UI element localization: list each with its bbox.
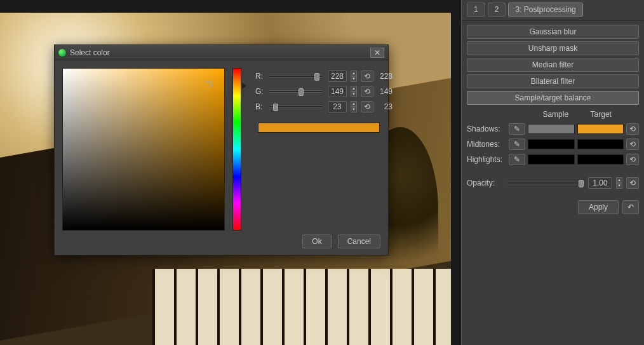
red-thumb[interactable] [314, 73, 319, 81]
red-slider[interactable] [268, 75, 324, 78]
cancel-button[interactable]: Cancel [338, 234, 380, 248]
ok-button[interactable]: Ok [302, 234, 331, 248]
reset-icon: ⟲ [629, 155, 636, 164]
tab-1[interactable]: 1 [467, 3, 485, 17]
reset-icon: ⟲ [364, 87, 370, 96]
shadows-eyedropper[interactable]: ✎ [509, 123, 525, 135]
spin-up-icon[interactable]: ▲ [351, 71, 357, 76]
row-shadows: Shadows: ✎ ⟲ [467, 123, 639, 135]
red-value[interactable]: 228 [328, 71, 347, 82]
filter-unsharp-mask[interactable]: Unsharp mask [467, 41, 639, 55]
red-row: R: 228 ▲▼ ⟲ 228 [255, 71, 392, 82]
reset-icon: ⟲ [364, 72, 370, 81]
header-target: Target [579, 110, 624, 119]
highlights-label: Highlights: [467, 155, 506, 164]
filter-sample-target-balance[interactable]: Sample/target balance [467, 91, 639, 105]
dialog-close-button[interactable]: ✕ [370, 48, 384, 58]
spin-down-icon[interactable]: ▼ [351, 76, 357, 82]
highlights-sample-swatch[interactable] [528, 154, 575, 165]
apply-button[interactable]: Apply [578, 200, 619, 214]
blue-label: B: [255, 102, 264, 111]
header-sample: Sample [533, 110, 579, 119]
blue-slider[interactable] [268, 105, 324, 108]
filter-gaussian-blur[interactable]: Gaussian blur [467, 25, 639, 39]
opacity-slider[interactable] [506, 182, 584, 184]
undo-button[interactable]: ↶ [622, 200, 639, 214]
highlights-eyedropper[interactable]: ✎ [509, 154, 525, 165]
eyedropper-icon: ✎ [514, 155, 520, 164]
panel-tabs: 1 2 3: Postprocessing [462, 0, 644, 21]
hue-marker[interactable] [242, 83, 246, 89]
red-reset[interactable]: ⟲ [361, 71, 373, 82]
blue-value[interactable]: 23 [328, 101, 347, 112]
spin-up-icon[interactable]: ▲ [351, 86, 357, 91]
hue-slider[interactable] [232, 68, 241, 231]
eyedropper-icon: ✎ [514, 140, 520, 149]
blue-reset[interactable]: ⟲ [361, 101, 373, 112]
green-max: 149 [377, 87, 392, 96]
midtones-sample-swatch[interactable] [528, 139, 575, 149]
blue-row: B: 23 ▲▼ ⟲ 23 [255, 101, 392, 112]
filter-median[interactable]: Median filter [467, 58, 639, 72]
midtones-eyedropper[interactable]: ✎ [509, 139, 525, 150]
green-row: G: 149 ▲▼ ⟲ 149 [255, 86, 392, 97]
spin-down-icon[interactable]: ▼ [351, 91, 357, 97]
green-value[interactable]: 149 [328, 86, 347, 97]
opacity-row: Opacity: 1,00 ▲▼ ⟲ [467, 177, 639, 189]
spin-down-icon[interactable]: ▼ [351, 107, 357, 112]
blue-thumb[interactable] [273, 104, 278, 111]
row-midtones: Midtones: ✎ ⟲ [467, 138, 639, 151]
shadows-target-swatch[interactable] [577, 124, 624, 134]
spin-up-icon[interactable]: ▲ [351, 101, 357, 107]
row-highlights: Highlights: ✎ ⟲ [467, 153, 639, 166]
midtones-label: Midtones: [467, 140, 506, 149]
reset-icon: ⟲ [629, 140, 636, 149]
red-label: R: [255, 72, 264, 81]
sv-marker[interactable] [205, 81, 211, 88]
green-spinner[interactable]: ▲▼ [351, 86, 357, 97]
saturation-value-field[interactable] [62, 68, 225, 231]
reset-icon: ⟲ [629, 179, 636, 187]
midtones-reset[interactable]: ⟲ [626, 139, 639, 150]
green-reset[interactable]: ⟲ [361, 86, 373, 97]
highlights-target-swatch[interactable] [577, 154, 624, 165]
right-panel: 1 2 3: Postprocessing Gaussian blur Unsh… [459, 0, 644, 345]
opacity-reset[interactable]: ⟲ [626, 177, 639, 189]
opacity-label: Opacity: [467, 179, 502, 187]
app-icon [58, 49, 66, 57]
green-label: G: [255, 87, 264, 96]
opacity-value[interactable]: 1,00 [588, 177, 612, 189]
green-thumb[interactable] [299, 88, 304, 96]
highlights-reset[interactable]: ⟲ [626, 154, 639, 165]
tab-2[interactable]: 2 [488, 3, 506, 17]
color-preview [258, 123, 380, 133]
blue-max: 23 [377, 102, 392, 111]
sample-target-header: Sample Target [467, 110, 639, 119]
opacity-spinner[interactable]: ▲▼ [616, 177, 622, 189]
filter-bilateral[interactable]: Bilateral filter [467, 74, 639, 88]
red-max: 228 [377, 72, 392, 81]
red-spinner[interactable]: ▲▼ [351, 71, 357, 82]
reset-icon: ⟲ [629, 125, 636, 133]
undo-icon: ↶ [627, 203, 634, 212]
spin-up-icon[interactable]: ▲ [616, 177, 622, 183]
shadows-reset[interactable]: ⟲ [626, 123, 639, 135]
reset-icon: ⟲ [364, 102, 370, 111]
spin-down-icon[interactable]: ▼ [616, 183, 622, 189]
dialog-titlebar[interactable]: Select color ✕ [55, 45, 388, 60]
midtones-target-swatch[interactable] [577, 139, 624, 149]
tab-postprocessing[interactable]: 3: Postprocessing [508, 3, 582, 17]
eyedropper-icon: ✎ [514, 125, 520, 133]
close-icon: ✕ [374, 48, 380, 57]
green-slider[interactable] [268, 90, 324, 93]
shadows-sample-swatch[interactable] [528, 124, 575, 134]
color-picker-dialog: Select color ✕ R: 228 ▲▼ ⟲ 228 G: 149 ▲▼… [54, 44, 389, 255]
dialog-title: Select color [70, 48, 110, 57]
opacity-thumb[interactable] [579, 180, 584, 187]
blue-spinner[interactable]: ▲▼ [351, 101, 357, 112]
shadows-label: Shadows: [467, 125, 506, 133]
